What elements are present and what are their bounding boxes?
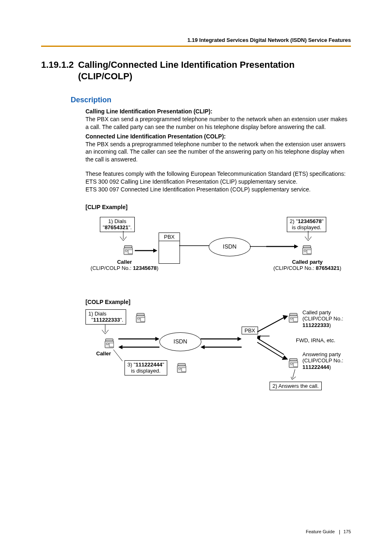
svg-rect-21 [106,339,113,341]
colp-answering-caption: Answering party (CLIP/COLP No.: 11122244… [302,351,343,371]
clip-step2-pre: 2) " [290,218,298,224]
page-footer: Feature Guide 175 [306,529,351,534]
svg-rect-46 [291,363,293,364]
phone-icon [288,357,299,368]
svg-rect-42 [291,318,293,319]
description-heading: Description [71,96,351,104]
svg-line-38 [257,338,284,355]
ets-line1: ETS 300 092 Calling Line Identification … [85,178,351,186]
clip-step2-num: 12345678 [298,218,322,224]
section-number: 1.19.1.2 [41,59,78,71]
colp-step1-pre: 1) Dials [88,311,106,317]
clip-example-label: [CLIP Example] [85,203,351,211]
colp-isdn-oval: ISDN [159,332,201,351]
phone-icon [288,312,299,323]
svg-rect-51 [179,368,181,369]
svg-line-33 [257,318,284,332]
svg-rect-11 [303,245,311,248]
colp-step2-box: 2) Answers the call. [270,382,322,391]
svg-marker-30 [238,337,242,341]
colp-diagram: 1) Dials "111222333". Caller ISDN [85,309,348,404]
clip-step1-num: 87654321 [105,224,129,230]
svg-rect-52 [182,368,186,371]
clip-caller-sub-pre: (CLIP/COLP No.: [90,265,133,271]
clip-step2-post: " [322,218,324,224]
pointer-icon [291,369,303,382]
colp-step3-box: 3) "111222444" is displayed. [125,360,167,375]
clip-caller-label: Caller [117,259,132,265]
svg-line-53 [113,350,122,361]
page: 1.19 Integrated Services Digital Network… [0,0,392,555]
pointer-icon [110,350,127,364]
clip-caller-sub-num: 12345678 [133,265,157,271]
phone-icon [301,244,313,256]
svg-rect-22 [106,343,108,345]
section-title: 1.19.1.2 Calling/Connected Line Identifi… [41,59,351,82]
svg-marker-26 [155,337,159,341]
clip-title: Calling Line Identification Presentation… [85,108,351,115]
colp-pbx-box: PBX [242,327,258,335]
colp-called-caption: Called party (CLIP/COLP No.: 111222333) [302,309,343,329]
clip-isdn-oval: ISDN [209,237,251,256]
clip-caller-caption: Caller (CLIP/COLP No.: 12345678) [85,259,164,272]
clip-step1-pre: 1) Dials [108,218,126,224]
colp-isdn-label: ISDN [173,338,187,345]
phone-icon [104,337,115,349]
svg-rect-23 [109,343,114,347]
svg-marker-28 [118,345,122,349]
colp-pbx-label: PBX [244,327,255,334]
pointer-icon [100,324,113,338]
ets-intro: These features comply with the following… [85,170,351,178]
colp-fwd-label: FWD, IRNA, etc. [296,337,335,344]
footer-guide: Feature Guide [306,529,334,534]
colp-caller-label: Caller [96,350,111,357]
clip-pbx-label: PBX [159,233,180,242]
clip-diagram: 1) Dials "87654321". PBX ISDN [85,214,348,288]
svg-rect-1 [125,245,132,248]
clip-called-label: Called party [292,259,323,265]
clip-isdn-label: ISDN [223,243,236,251]
svg-marker-32 [201,345,205,349]
footer-page-number: 175 [344,529,351,534]
ets-line2: ETS 300 097 Connected Line Identificatio… [85,186,351,193]
description-body: Calling Line Identification Presentation… [85,108,351,404]
footer-divider [339,530,340,534]
svg-rect-2 [125,250,127,251]
svg-rect-13 [307,250,311,253]
section-heading-text: Calling/Connected Line Identification Pr… [78,59,351,82]
colp-step1-post: ". [120,317,123,323]
svg-line-36 [257,342,284,359]
svg-rect-41 [290,313,297,315]
clip-step1-box: 1) Dials "87654321". [100,217,135,232]
clip-step2-line2: is displayed. [292,224,321,230]
svg-marker-5 [153,249,157,253]
colp-title: Connected Line Identification Presentati… [85,133,351,140]
arrow-pair-icon [118,335,159,351]
line-icon [179,242,212,249]
arrow-pair-icon [201,335,242,351]
svg-rect-43 [293,318,298,321]
svg-rect-3 [128,250,133,253]
svg-rect-19 [141,318,145,321]
svg-rect-18 [138,318,140,319]
svg-rect-12 [304,250,306,251]
clip-text: The PBX can send a preprogrammed telepho… [85,115,351,131]
svg-marker-9 [294,244,298,249]
clip-caller-sub-post: ) [157,265,158,271]
colp-example-label: [COLP Example] [85,298,351,306]
svg-rect-47 [293,363,298,366]
colp-step1-num: 111222333 [93,317,120,323]
clip-step2-box: 2) "12345678" is displayed. [287,217,326,232]
clip-called-sub-num: 87654321 [316,265,339,271]
clip-called-caption: Called party (CLIP/COLP No.: 87654321) [266,259,348,272]
pointer-icon [118,231,131,245]
svg-rect-50 [178,363,186,366]
pointer-icon [303,231,316,245]
running-head: 1.19 Integrated Services Digital Network… [41,37,351,46]
clip-called-sub-pre: (CLIP/COLP No.: [273,265,316,271]
colp-text: The PBX sends a preprogrammed telephone … [85,140,351,164]
arrow-branch-icon [257,313,290,363]
svg-rect-17 [137,313,145,315]
colp-step1-box: 1) Dials "111222333". [85,309,126,325]
arrow-icon [135,247,157,254]
